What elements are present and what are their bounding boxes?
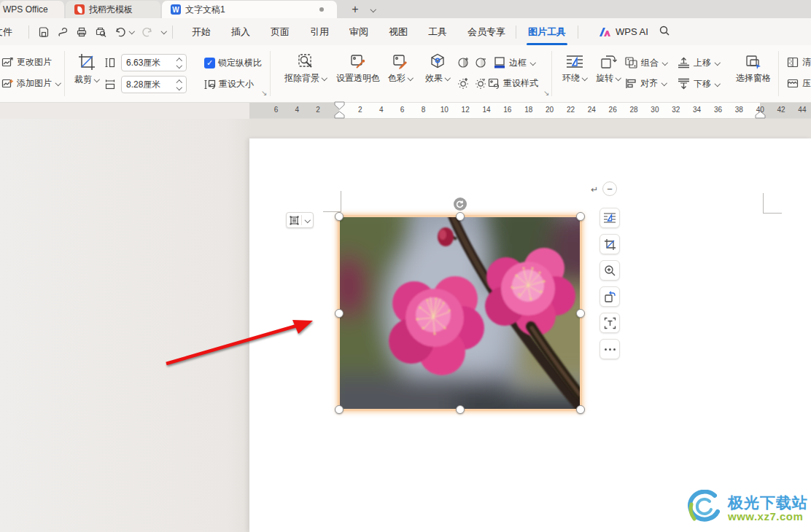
print-icon[interactable]	[76, 26, 88, 38]
layout-options-chevron[interactable]	[305, 217, 311, 223]
resize-handle-top-center[interactable]	[456, 212, 465, 221]
tab-document[interactable]: W 文字文稿1	[162, 1, 337, 18]
move-down-chevron[interactable]	[714, 81, 720, 87]
layout-options-button[interactable]	[286, 212, 314, 228]
width-input[interactable]: 8.28厘米	[121, 76, 187, 93]
save-icon[interactable]	[38, 26, 50, 38]
width-step-down[interactable]	[176, 85, 182, 91]
move-up-chevron[interactable]	[714, 60, 720, 66]
menu-picture-tools-active[interactable]: 图片工具	[527, 19, 567, 45]
qat-customize-chevron[interactable]	[160, 29, 166, 35]
clear-button-partial[interactable]: 清	[786, 56, 811, 69]
remove-background-button[interactable]: 抠除背景	[279, 52, 332, 85]
width-step-up[interactable]	[176, 79, 182, 85]
selected-picture[interactable]	[338, 215, 582, 411]
move-up-button[interactable]: 上移	[677, 56, 720, 69]
decrease-brightness-icon[interactable]	[474, 77, 487, 92]
divider	[516, 26, 516, 39]
undo-button[interactable]	[115, 26, 134, 38]
size-dialog-launcher[interactable]: ↘	[261, 89, 267, 97]
menu-tools[interactable]: 工具	[428, 26, 447, 39]
redo-button[interactable]	[141, 26, 153, 38]
ruler-number: 28	[629, 106, 637, 114]
reset-size-button[interactable]: 重设大小	[203, 78, 254, 90]
search-icon[interactable]	[659, 25, 670, 39]
compress-button-partial[interactable]: 压	[786, 77, 811, 90]
resize-handle-middle-left[interactable]	[335, 309, 344, 318]
print-preview-icon[interactable]	[95, 26, 107, 38]
add-picture-button[interactable]: 添加图片	[1, 77, 61, 90]
change-picture-label: 更改图片	[17, 56, 52, 69]
crop-chevron[interactable]	[93, 77, 99, 83]
rotate-chevron[interactable]	[615, 76, 621, 82]
divider	[28, 26, 29, 39]
ruler-number: 14	[482, 106, 490, 114]
new-tab-button[interactable]: +	[346, 1, 365, 18]
resize-handle-bottom-center[interactable]	[456, 405, 465, 414]
style-dialog-launcher[interactable]: ↘	[543, 89, 549, 97]
export-pdf-icon[interactable]	[57, 26, 69, 38]
move-down-button[interactable]: 下移	[677, 77, 720, 90]
color-button[interactable]: 色彩	[384, 52, 417, 85]
height-input[interactable]: 6.63厘米	[121, 54, 187, 71]
tab-wps-office[interactable]: WPS Office	[0, 1, 64, 18]
align-button[interactable]: 对齐	[624, 77, 667, 90]
height-step-down[interactable]	[176, 63, 182, 69]
increase-brightness-icon[interactable]	[457, 77, 470, 92]
tab-docer-templates[interactable]: 找稻壳模板	[66, 1, 160, 18]
lock-aspect-ratio-checkbox[interactable]: ✓ 锁定纵横比	[204, 57, 262, 69]
rotate-handle[interactable]	[454, 197, 467, 211]
reset-style-button[interactable]: 重设样式	[487, 77, 538, 90]
add-picture-chevron[interactable]	[55, 81, 61, 87]
menu-view[interactable]: 视图	[389, 26, 408, 39]
checkbox-checked-icon[interactable]: ✓	[204, 58, 215, 69]
resize-handle-bottom-right[interactable]	[576, 405, 585, 414]
menu-insert[interactable]: 插入	[231, 26, 250, 39]
decrease-contrast-icon[interactable]	[474, 56, 487, 71]
rotate-quick-button[interactable]	[599, 286, 620, 307]
caption-quick-button[interactable]	[599, 313, 620, 333]
rotate-button[interactable]: 旋转	[592, 54, 624, 85]
align-chevron[interactable]	[661, 81, 667, 87]
ruler-number: 36	[714, 106, 722, 114]
collapse-toolbar-button[interactable]: −	[602, 181, 617, 196]
crop-quick-button[interactable]	[599, 234, 620, 254]
menu-reference[interactable]: 引用	[310, 26, 329, 39]
first-line-indent-marker[interactable]	[334, 101, 345, 110]
effects-chevron[interactable]	[444, 76, 450, 82]
width-value: 8.28厘米	[126, 79, 176, 91]
resize-handle-bottom-left[interactable]	[335, 405, 344, 414]
menu-file[interactable]: 文件	[0, 26, 23, 39]
color-chevron[interactable]	[407, 76, 413, 82]
change-picture-button[interactable]: 更改图片	[1, 56, 52, 69]
group-chevron[interactable]	[661, 60, 667, 66]
wrap-chevron[interactable]	[581, 76, 587, 82]
menu-review[interactable]: 审阅	[349, 26, 368, 39]
lock-aspect-ratio-label: 锁定纵横比	[218, 57, 262, 69]
height-step-up[interactable]	[176, 57, 182, 63]
border-button[interactable]: 边框	[493, 56, 535, 69]
zoom-quick-button[interactable]	[599, 260, 620, 281]
menu-home[interactable]: 开始	[192, 26, 211, 39]
remove-background-chevron[interactable]	[321, 76, 327, 82]
return-mark-icon: ↵	[591, 184, 598, 195]
margin-mark-top-left	[341, 191, 341, 212]
resize-handle-top-left[interactable]	[335, 212, 344, 221]
border-chevron[interactable]	[529, 60, 535, 66]
wrap-button[interactable]: 环绕	[559, 54, 591, 85]
resize-handle-top-right[interactable]	[576, 212, 585, 221]
crop-button[interactable]: 裁剪	[71, 52, 102, 86]
menu-membership[interactable]: 会员专享	[467, 26, 505, 39]
selection-pane-button[interactable]: 选择窗格	[731, 54, 776, 85]
set-transparent-color-button[interactable]: 设置透明色	[332, 52, 384, 85]
group-button[interactable]: 组合	[624, 56, 667, 69]
more-options-button[interactable]	[599, 339, 620, 359]
increase-contrast-icon[interactable]	[457, 56, 470, 71]
wps-ai-button[interactable]: WPS AI	[599, 26, 648, 37]
undo-chevron[interactable]	[128, 29, 134, 35]
tab-list-chevron[interactable]	[365, 1, 381, 18]
menu-page[interactable]: 页面	[271, 26, 290, 39]
resize-handle-middle-right[interactable]	[576, 309, 585, 318]
effects-button[interactable]: 效果	[420, 52, 455, 85]
wrap-text-quick-button[interactable]	[599, 208, 620, 228]
